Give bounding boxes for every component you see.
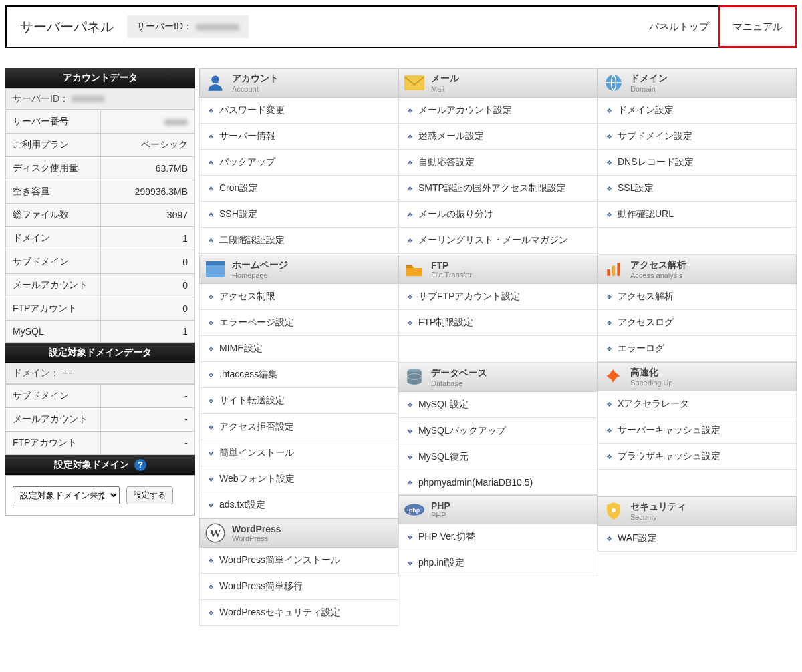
menu-link-account[interactable]: ❖ 二段階認証設定 — [199, 228, 398, 254]
account-data-title: アカウントデータ — [5, 68, 195, 88]
menu-link-access[interactable]: ❖ アクセス解析 — [597, 284, 797, 310]
menu-link-homepage[interactable]: ❖ MIME設定 — [199, 336, 398, 362]
domain-label-row: ドメイン： ---- — [5, 363, 195, 384]
menu-link-homepage[interactable]: ❖ エラーページ設定 — [199, 310, 398, 336]
account-row-label: MySQL — [6, 321, 101, 343]
account-row: 総ファイル数3097 — [6, 204, 195, 227]
menu-link-homepage[interactable]: ❖ アクセス制限 — [199, 284, 398, 310]
menu-link-mail[interactable]: ❖ 自動応答設定 — [398, 150, 597, 176]
menu-link-domain[interactable]: ❖ サブドメイン設定 — [597, 124, 797, 150]
svg-rect-4 — [206, 261, 225, 265]
menu-link-label: ドメイン設定 — [618, 104, 674, 116]
menu-link-label: SSL設定 — [618, 182, 654, 194]
menu-link-label: メールの振り分け — [418, 208, 493, 220]
category-title-en: Mail — [431, 85, 459, 93]
menu-link-mail[interactable]: ❖ メールの振り分け — [398, 202, 597, 228]
account-row-value: 0 — [100, 274, 195, 297]
menu-link-label: サブドメイン設定 — [618, 130, 692, 142]
category-title-jp: セキュリティ — [630, 501, 686, 513]
category-header-homepage: ホームページ Homepage — [199, 255, 398, 284]
menu-link-security[interactable]: ❖ WAF設定 — [597, 526, 797, 552]
bullet-icon: ❖ — [208, 424, 214, 431]
help-icon[interactable]: ? — [134, 459, 146, 471]
domain-row: メールアカウント- — [6, 408, 195, 432]
menu-link-homepage[interactable]: ❖ 簡単インストール — [199, 440, 398, 466]
menu-link-label: MySQLバックアップ — [418, 425, 506, 437]
menu-link-mail[interactable]: ❖ 迷惑メール設定 — [398, 124, 597, 150]
menu-link-wordpress[interactable]: ❖ WordPress簡単インストール — [199, 548, 398, 574]
menu-link-database[interactable]: ❖ phpmyadmin(MariaDB10.5) — [398, 470, 597, 495]
menu-link-homepage[interactable]: ❖ サイト転送設定 — [199, 388, 398, 414]
category-title-jp: PHP — [431, 500, 450, 511]
menu-link-access[interactable]: ❖ アクセスログ — [597, 310, 797, 336]
menu-link-wordpress[interactable]: ❖ WordPress簡単移行 — [199, 574, 398, 600]
menu-link-homepage[interactable]: ❖ .htaccess編集 — [199, 362, 398, 388]
bullet-icon: ❖ — [407, 185, 413, 192]
svg-text:W: W — [209, 526, 221, 540]
menu-link-label: php.ini設定 — [418, 557, 464, 569]
menu-link-mail[interactable]: ❖ メールアカウント設定 — [398, 98, 597, 124]
svg-rect-12 — [612, 266, 615, 276]
svg-text:php: php — [409, 507, 420, 514]
menu-link-label: WAF設定 — [618, 532, 657, 544]
bullet-icon: ❖ — [208, 107, 214, 114]
set-domain-button[interactable]: 設定する — [126, 486, 173, 504]
menu-link-account[interactable]: ❖ SSH設定 — [199, 202, 398, 228]
menu-link-php[interactable]: ❖ PHP Ver.切替 — [398, 524, 597, 550]
menu-link-label: WordPress簡単インストール — [219, 554, 340, 566]
account-row-value: xxxxx — [100, 110, 195, 134]
menu-link-account[interactable]: ❖ パスワード変更 — [199, 98, 398, 124]
category-header-wordpress: W WordPress WordPress — [199, 518, 398, 548]
category-title-jp: データベース — [431, 367, 487, 379]
menu-link-mail[interactable]: ❖ SMTP認証の国外アクセス制限設定 — [398, 176, 597, 202]
menu-link-label: Xアクセラレータ — [618, 398, 689, 410]
bullet-icon: ❖ — [606, 319, 612, 327]
account-row-value: 0 — [100, 250, 195, 274]
bullet-icon: ❖ — [407, 534, 413, 541]
menu-link-account[interactable]: ❖ バックアップ — [199, 150, 398, 176]
menu-link-domain[interactable]: ❖ ドメイン設定 — [597, 98, 797, 124]
menu-link-homepage[interactable]: ❖ ads.txt設定 — [199, 492, 398, 518]
menu-link-label: MySQL設定 — [418, 399, 469, 411]
category-header-security: セキュリティ Security — [597, 496, 797, 526]
category-title-en: Account — [232, 85, 279, 93]
menu-link-label: PHP Ver.切替 — [418, 531, 475, 543]
menu-link-account[interactable]: ❖ サーバー情報 — [199, 124, 398, 150]
sidebar-server-id-value: xxxxxxx — [72, 93, 104, 104]
category-title-en: Database — [431, 379, 487, 387]
menu-link-speed[interactable]: ❖ Xアクセラレータ — [597, 391, 797, 417]
bullet-icon: ❖ — [606, 133, 612, 140]
page-title: サーバーパネル — [20, 18, 114, 36]
bullet-icon: ❖ — [606, 453, 612, 460]
manual-link[interactable]: マニュアル — [718, 5, 797, 48]
menu-link-database[interactable]: ❖ MySQL復元 — [398, 444, 597, 470]
menu-link-speed[interactable]: ❖ ブラウザキャッシュ設定 — [597, 444, 797, 470]
menu-link-label: アクセス解析 — [618, 291, 674, 303]
menu-link-homepage[interactable]: ❖ アクセス拒否設定 — [199, 414, 398, 440]
menu-link-access[interactable]: ❖ エラーログ — [597, 336, 797, 362]
menu-link-mail[interactable]: ❖ メーリングリスト・メールマガジン — [398, 228, 597, 254]
menu-link-php[interactable]: ❖ php.ini設定 — [398, 550, 597, 576]
account-row-value: 3097 — [100, 204, 195, 227]
menu-link-domain[interactable]: ❖ 動作確認URL — [597, 202, 797, 228]
header-bar: サーバーパネル サーバーID： xxxxxxxx パネルトップ マニュアル — [5, 5, 797, 48]
target-domain-select[interactable]: 設定対象ドメイン未指定 — [13, 486, 120, 504]
menu-link-speed[interactable]: ❖ サーバーキャッシュ設定 — [597, 417, 797, 444]
category-title-en: Homepage — [232, 271, 288, 279]
menu-link-database[interactable]: ❖ MySQLバックアップ — [398, 418, 597, 444]
menu-link-ftp[interactable]: ❖ サブFTPアカウント設定 — [398, 284, 597, 310]
menu-link-domain[interactable]: ❖ DNSレコード設定 — [597, 150, 797, 176]
menu-link-wordpress[interactable]: ❖ WordPressセキュリティ設定 — [199, 600, 398, 626]
menu-link-label: ブラウザキャッシュ設定 — [618, 450, 720, 462]
menu-link-label: phpmyadmin(MariaDB10.5) — [418, 477, 533, 488]
menu-link-homepage[interactable]: ❖ Webフォント設定 — [199, 466, 398, 492]
panel-top-link[interactable]: パネルトップ — [640, 7, 718, 47]
menu-link-account[interactable]: ❖ Cron設定 — [199, 176, 398, 202]
svg-point-14 — [612, 508, 616, 512]
menu-link-database[interactable]: ❖ MySQL設定 — [398, 392, 597, 418]
menu-link-domain[interactable]: ❖ SSL設定 — [597, 176, 797, 202]
menu-link-label: サイト転送設定 — [219, 395, 285, 407]
bullet-icon: ❖ — [208, 502, 214, 509]
shield-icon — [604, 501, 624, 521]
menu-link-ftp[interactable]: ❖ FTP制限設定 — [398, 310, 597, 336]
